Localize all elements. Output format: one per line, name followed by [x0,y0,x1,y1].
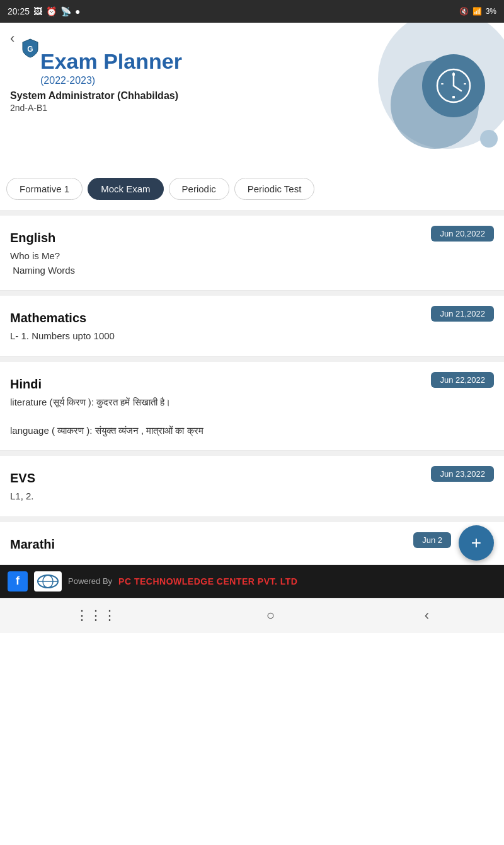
nav-menu-icon[interactable]: ⋮⋮⋮ [75,607,117,624]
back-button[interactable]: ‹ [10,30,14,47]
exam-list: Jun 20,2022 English Who is Me? Naming Wo… [0,216,504,565]
header-small-dot [480,130,498,148]
status-time: 20:25 [8,6,30,16]
company-logo [34,571,62,592]
class-info: 2nd-A-B1 [10,103,494,113]
facebook-icon: f [8,571,28,592]
svg-text:G: G [27,45,33,54]
exam-card-evs: Jun 23,2022 EVS L1, 2. [0,456,504,517]
header: ‹ G Exam Planner (2022-2023) System Admi… [0,23,504,168]
divider-2 [0,357,504,362]
tab-periodictest[interactable]: Periodic Test [234,178,315,200]
footer-banner: f Powered By PC TECHNOWLEDGE CENTER PVT.… [0,565,504,598]
divider-1 [0,291,504,296]
exam-card-marathi: Jun 2 + Marathi [0,522,504,565]
evs-date-badge: Jun 23,2022 [431,466,494,482]
tabs-bar: Formative 1 Mock Exam Periodic Periodic … [0,168,504,211]
status-signal-icon: 📶 [472,7,482,16]
admin-name: System Administrator (Chhabildas) [10,90,494,102]
mathematics-date-badge: Jun 21,2022 [431,306,494,322]
divider-4 [0,517,504,522]
tab-periodic[interactable]: Periodic [169,178,229,200]
nav-home-icon[interactable]: ○ [266,607,275,624]
exam-card-mathematics: Jun 21,2022 Mathematics L- 1. Numbers up… [0,296,504,357]
year-tag: (2022-2023) [40,75,494,86]
powered-by-text: Powered By [68,576,112,586]
divider-3 [0,451,504,456]
tab-formative1[interactable]: Formative 1 [6,178,83,200]
english-subject: English [10,231,494,245]
status-clock-icon: ⏰ [46,6,57,16]
nav-back-icon[interactable]: ‹ [425,607,429,624]
status-mute-icon: 🔇 [459,7,469,16]
status-photo-icon: 🖼 [33,6,42,16]
exam-card-hindi: Jun 22,2022 Hindi literature (सूर्य किरण… [0,362,504,452]
evs-topic: L1, 2. [10,489,494,504]
english-date-badge: Jun 20,2022 [431,226,494,242]
section-divider [0,211,504,216]
evs-subject: EVS [10,471,494,486]
brand-name: PC TECHNOWLEDGE CENTER PVT. LTD [118,576,297,586]
status-bar: 20:25 🖼 ⏰ 📡 ● 🔇 📶 3% [0,0,504,23]
marathi-date-badge: Jun 2 [413,532,451,548]
mathematics-subject: Mathematics [10,311,494,325]
app-title: Exam Planner [40,49,494,74]
status-cast-icon: 📡 [60,6,71,16]
hindi-date-badge: Jun 22,2022 [431,372,494,388]
add-fab-button[interactable]: + [459,525,494,561]
tab-mockexam[interactable]: Mock Exam [88,178,163,200]
app-logo: G [20,38,40,58]
status-dot: ● [75,6,80,16]
hindi-topic: literature (सूर्य किरण ): कुदरत हमें सिख… [10,395,494,438]
english-topic: Who is Me? Naming Words [10,249,494,277]
exam-card-english: Jun 20,2022 English Who is Me? Naming Wo… [0,216,504,291]
hindi-subject: Hindi [10,377,494,392]
status-battery: 3% [486,7,496,16]
mathematics-topic: L- 1. Numbers upto 1000 [10,329,494,344]
navigation-bar: ⋮⋮⋮ ○ ‹ [0,598,504,633]
